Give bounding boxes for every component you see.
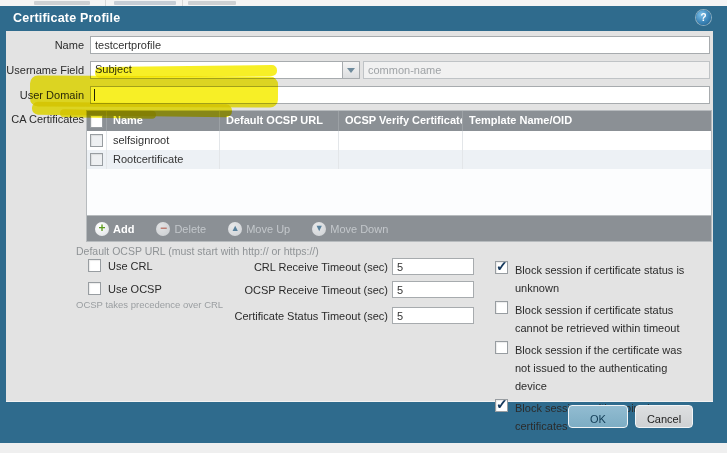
block-option-label: Block session if the certificate was not… [515, 341, 697, 395]
cell-template-name-oid [463, 131, 711, 150]
delete-minus-icon: − [156, 222, 170, 236]
move-down-button-label: Move Down [330, 223, 388, 235]
dialog-titlebar: Certificate Profile ? [0, 6, 727, 31]
cell-template-name-oid [463, 150, 711, 169]
use-ocsp-checkbox[interactable] [88, 282, 101, 295]
ca-certificates-label: CA Certificates [6, 113, 84, 125]
block-status-unknown-checkbox[interactable] [495, 261, 508, 274]
delete-button: − Delete [156, 222, 206, 236]
block-not-issued-checkbox[interactable] [495, 341, 508, 354]
name-input[interactable] [90, 36, 710, 54]
add-plus-icon: + [95, 222, 109, 236]
add-button-label: Add [113, 223, 134, 235]
move-up-button-label: Move Up [246, 223, 290, 235]
cancel-button[interactable]: Cancel [635, 405, 693, 428]
user-domain-label: User Domain [6, 89, 84, 101]
block-timeout-checkbox[interactable] [495, 301, 508, 314]
block-option-row: Block session if the certificate was not… [495, 341, 701, 395]
add-button[interactable]: + Add [95, 222, 134, 236]
cell-ocsp-verify-certificate [339, 131, 463, 150]
table-header-row: Name Default OCSP URL OCSP Verify Certif… [87, 111, 711, 131]
row-checkbox-cell [87, 131, 107, 150]
block-option-row: Block session if certificate status cann… [495, 301, 701, 337]
move-up-arrow-icon: ▲ [228, 222, 242, 236]
table-toolbar: + Add − Delete ▲ Move Up ▼ Move Down [86, 216, 712, 242]
username-attribute-input [363, 61, 710, 79]
background-text-fragment [114, 1, 176, 5]
table-row[interactable]: Rootcertificate [87, 150, 711, 169]
crl-receive-timeout-input[interactable] [392, 258, 474, 275]
background-text-fragment [34, 1, 90, 5]
column-header-name[interactable]: Name [107, 111, 220, 131]
user-domain-input[interactable] [90, 86, 710, 104]
column-header-template-name-oid[interactable]: Template Name/OID [463, 111, 711, 131]
screen: Certificate Profile ? Name Username Fiel… [0, 0, 727, 453]
dialog-title: Certificate Profile [13, 11, 120, 25]
use-crl-checkbox[interactable] [88, 259, 101, 272]
cell-default-ocsp-url [220, 150, 339, 169]
certificate-profile-dialog: Certificate Profile ? Name Username Fiel… [0, 6, 727, 443]
background-text-fragment [188, 1, 236, 5]
ocsp-precedence-note: OCSP takes precedence over CRL [76, 299, 223, 310]
cell-default-ocsp-url [220, 131, 339, 150]
cell-name: selfsignroot [107, 131, 220, 150]
ocsp-receive-timeout-label: OCSP Receive Timeout (sec) [106, 284, 388, 296]
name-label: Name [6, 39, 84, 51]
ocsp-receive-timeout-input[interactable] [392, 281, 474, 298]
text-cursor [94, 89, 95, 101]
row-checkbox[interactable] [90, 134, 103, 147]
column-header-ocsp-verify-certificate[interactable]: OCSP Verify Certificate [339, 111, 463, 131]
row-checkbox[interactable] [90, 153, 103, 166]
move-down-button: ▼ Move Down [312, 222, 388, 236]
username-field-dropdown-button[interactable] [343, 61, 360, 79]
default-ocsp-url-note: Default OCSP URL (must start with http:/… [76, 245, 319, 257]
delete-button-label: Delete [174, 223, 206, 235]
cell-name: Rootcertificate [107, 150, 220, 169]
dialog-body: Name Username Field Subject User Domain … [6, 31, 713, 402]
block-option-label: Block session if certificate status is u… [515, 261, 697, 297]
dialog-footer: OK Cancel [0, 402, 727, 443]
cell-ocsp-verify-certificate [339, 150, 463, 169]
select-all-checkbox[interactable] [90, 115, 103, 128]
crl-receive-timeout-label: CRL Receive Timeout (sec) [106, 261, 388, 273]
move-up-button: ▲ Move Up [228, 222, 290, 236]
table-row[interactable]: selfsignroot [87, 131, 711, 150]
help-icon[interactable]: ? [696, 10, 711, 25]
header-checkbox-cell [87, 111, 107, 131]
username-field-select[interactable]: Subject [90, 61, 343, 79]
ok-button[interactable]: OK [568, 405, 628, 428]
certificate-status-timeout-label: Certificate Status Timeout (sec) [106, 310, 388, 322]
column-header-default-ocsp-url[interactable]: Default OCSP URL [220, 111, 339, 131]
move-down-arrow-icon: ▼ [312, 222, 326, 236]
ca-certificates-table: Name Default OCSP URL OCSP Verify Certif… [86, 110, 712, 216]
username-field-label: Username Field [6, 64, 84, 76]
row-checkbox-cell [87, 150, 107, 169]
certificate-status-timeout-input[interactable] [392, 307, 474, 324]
block-option-label: Block session if certificate status cann… [515, 301, 697, 337]
block-option-row: Block session if certificate status is u… [495, 261, 701, 297]
chevron-down-icon [347, 68, 355, 73]
